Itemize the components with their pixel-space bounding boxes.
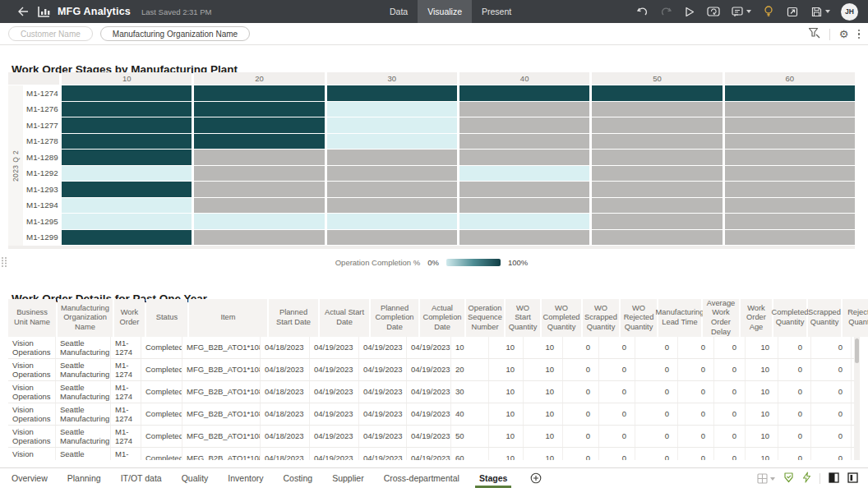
refresh-data-icon[interactable] [707, 5, 720, 18]
heat-cell-none[interactable] [725, 198, 855, 214]
heat-cell-low[interactable] [327, 102, 457, 117]
canvas-tab-quality[interactable]: Quality [182, 468, 209, 488]
heat-cell-none[interactable] [592, 117, 722, 133]
heat-cell-none[interactable] [194, 150, 324, 165]
heat-cell-none[interactable] [592, 102, 722, 117]
heat-cell-none[interactable] [725, 214, 855, 229]
heat-cell-low[interactable] [62, 214, 192, 229]
canvas-layout-control[interactable] [757, 473, 775, 484]
heat-cell-none[interactable] [592, 182, 722, 197]
heat-cell-none[interactable] [725, 102, 855, 117]
mode-tab-data[interactable]: Data [380, 0, 418, 23]
heat-cell-none[interactable] [725, 134, 855, 150]
auto-insights-bolt-icon[interactable] [802, 472, 811, 486]
table-scrollbar[interactable] [854, 337, 860, 460]
heat-cell-none[interactable] [194, 182, 324, 197]
heat-cell-high[interactable] [62, 230, 192, 246]
save-icon[interactable] [810, 5, 823, 18]
heat-cell-none[interactable] [327, 166, 457, 182]
heat-cell-high[interactable] [62, 182, 192, 197]
heat-cell-high[interactable] [725, 85, 855, 101]
comments-dropdown-caret[interactable] [746, 10, 751, 13]
heat-cell-none[interactable] [459, 102, 589, 117]
panel-drag-grip[interactable] [1, 256, 7, 271]
heat-cell-none[interactable] [327, 182, 457, 197]
table-cell: 10 [524, 359, 563, 380]
canvas-tab-it-ot-data[interactable]: IT/OT data [121, 468, 162, 488]
heat-cell-none[interactable] [725, 166, 855, 182]
heat-cell-none[interactable] [194, 198, 324, 214]
heat-cell-low[interactable] [327, 117, 457, 133]
heat-cell-none[interactable] [459, 182, 589, 197]
heat-cell-high[interactable] [194, 117, 324, 133]
canvas-tab-supplier[interactable]: Supplier [332, 468, 364, 488]
heat-cell-none[interactable] [459, 230, 589, 246]
mode-tab-present[interactable]: Present [472, 0, 521, 23]
heat-cell-low[interactable] [327, 134, 457, 150]
canvas-tab-overview[interactable]: Overview [12, 468, 48, 488]
heat-cell-none[interactable] [459, 150, 589, 165]
canvas-tab-stages[interactable]: Stages [479, 468, 507, 488]
back-icon[interactable] [16, 5, 30, 18]
heat-cell-high[interactable] [62, 117, 192, 133]
heat-cell-none[interactable] [592, 166, 722, 182]
insights-lightbulb-icon[interactable] [762, 5, 775, 18]
panel-split-layout-icon[interactable] [847, 472, 858, 486]
heat-cell-high[interactable] [194, 85, 324, 101]
add-canvas-icon[interactable] [530, 468, 542, 488]
heat-cell-none[interactable] [592, 150, 722, 165]
heat-cell-high[interactable] [62, 85, 192, 101]
panel-left-layout-icon[interactable] [829, 472, 839, 486]
heat-cell-low[interactable] [62, 166, 192, 182]
heat-cell-none[interactable] [725, 150, 855, 165]
heat-cell-high[interactable] [194, 102, 324, 117]
heat-cell-none[interactable] [459, 198, 589, 214]
canvas-layout-caret[interactable] [770, 477, 775, 481]
heat-cell-high[interactable] [459, 85, 589, 101]
heat-cell-none[interactable] [327, 150, 457, 165]
heat-cell-none[interactable] [725, 117, 855, 133]
heat-cell-low[interactable] [194, 214, 324, 229]
comments-icon[interactable] [731, 5, 744, 18]
heat-cell-none[interactable] [592, 214, 722, 229]
heat-cell-none[interactable] [592, 134, 722, 150]
heat-cell-none[interactable] [459, 117, 589, 133]
heat-cell-none[interactable] [725, 230, 855, 246]
heat-cell-none[interactable] [459, 134, 589, 150]
heat-cell-high[interactable] [327, 85, 457, 101]
mode-tab-visualize[interactable]: Visualize [418, 0, 472, 23]
filter-pill[interactable]: Customer Name [8, 26, 93, 41]
heat-cell-none[interactable] [194, 166, 324, 182]
filter-pill[interactable]: Manufacturing Organization Name [100, 26, 250, 41]
heat-cell-none[interactable] [327, 198, 457, 214]
preview-play-icon[interactable] [683, 5, 696, 18]
heat-cell-low[interactable] [459, 166, 589, 182]
heat-cell-high[interactable] [62, 134, 192, 150]
filter-funnel-icon[interactable] [808, 27, 820, 42]
more-options-kebab-icon[interactable] [858, 30, 861, 39]
export-open-icon[interactable] [786, 5, 799, 18]
heat-cell-none[interactable] [194, 230, 324, 246]
heat-cell-low[interactable] [62, 198, 192, 214]
heat-cell-low[interactable] [459, 214, 589, 229]
heat-cell-high[interactable] [62, 102, 192, 117]
user-avatar[interactable]: JH [841, 3, 858, 21]
heat-cell-low[interactable] [327, 214, 457, 229]
data-quality-shield-icon[interactable] [783, 472, 794, 486]
canvas-tab-costing[interactable]: Costing [284, 468, 313, 488]
heat-cell-high[interactable] [62, 150, 192, 165]
heat-cell-none[interactable] [592, 198, 722, 214]
table-scrollbar-thumb[interactable] [855, 338, 859, 363]
table-cell: 0 [599, 426, 635, 447]
save-dropdown-caret[interactable] [825, 10, 830, 13]
undo-icon[interactable] [635, 5, 649, 18]
canvas-tab-cross-departmental[interactable]: Cross-departmental [384, 468, 459, 488]
heat-cell-none[interactable] [327, 230, 457, 246]
heat-cell-none[interactable] [725, 182, 855, 197]
canvas-tab-planning[interactable]: Planning [67, 468, 101, 488]
heat-cell-high[interactable] [592, 85, 722, 101]
heat-cell-none[interactable] [592, 230, 722, 246]
canvas-tab-inventory[interactable]: Inventory [228, 468, 263, 488]
heat-cell-high[interactable] [194, 134, 324, 150]
settings-gear-icon[interactable]: ⚙ [839, 29, 849, 39]
